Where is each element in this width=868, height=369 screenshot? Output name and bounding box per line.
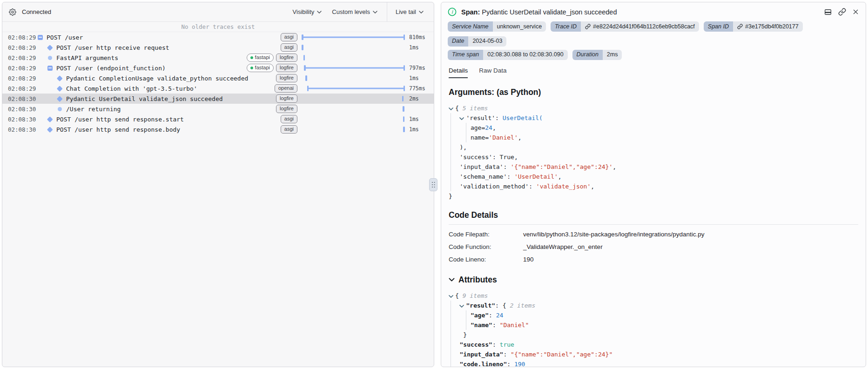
chain-link-icon[interactable] <box>585 24 591 29</box>
collapse-chevron-icon <box>449 278 455 282</box>
bar-tick <box>302 45 303 50</box>
bar-tick <box>403 106 404 112</box>
code-token: '{"name":"Daniel","age":24}' <box>511 163 612 170</box>
code-token: 9 items <box>463 292 488 299</box>
trace-row-label: FastAPI arguments <box>56 54 247 61</box>
code-detail-row: Code Filepath:venv/lib/python3.12/site-p… <box>449 228 858 241</box>
code-key: "code.lineno" <box>459 361 507 367</box>
trace-row-label: /User returning <box>66 106 276 113</box>
code-detail-value: _ValidateWrapper._on_enter <box>523 241 603 253</box>
meta-label: Duration <box>572 50 603 60</box>
indent-guide <box>451 310 451 320</box>
duration-label: 1ms <box>405 126 429 133</box>
trace-row-label: Pydantic UserDetail validate_json succee… <box>66 95 276 102</box>
bar-end-cap <box>404 86 405 91</box>
badge-label: logfire <box>280 95 294 101</box>
code-line: "success": true <box>449 340 858 349</box>
collapse-chevron-icon[interactable] <box>459 301 466 310</box>
meta-time-span: Time span02:08:30.088 to 02:08:30.090 <box>448 50 568 60</box>
trace-row-badges: logfire <box>276 74 297 83</box>
indent-guide <box>451 320 451 330</box>
green-dot-icon <box>250 67 253 69</box>
tab-details[interactable]: Details <box>449 67 468 78</box>
trace-row[interactable]: 02:08:29Pydantic CompletionUsage validat… <box>2 73 434 83</box>
dock-panel-icon[interactable] <box>824 8 832 16</box>
live-tail-dropdown[interactable]: Live tail <box>396 8 424 15</box>
logfire-live-view: Connected Visibility Custom levels Live … <box>0 0 868 369</box>
code-line: name='Daniel', <box>449 133 858 142</box>
trace-row[interactable]: 02:08:29POST /user (endpoint_function)fa… <box>2 63 434 73</box>
meta-row: Time span02:08:30.088 to 02:08:30.090Dur… <box>448 50 859 60</box>
attributes-heading-row[interactable]: Attributes <box>449 275 858 285</box>
code-line: } <box>449 191 858 201</box>
code-detail-value: 190 <box>523 253 534 266</box>
trace-row[interactable]: 02:08:29POST /user http receive requesta… <box>2 42 434 53</box>
code-token: : <box>495 114 503 121</box>
diamond-icon <box>56 97 63 101</box>
chain-link-icon[interactable] <box>737 24 743 29</box>
meta-span-id: Span ID#3e175db4f0b20177 <box>704 21 803 32</box>
code-token: age= <box>449 124 485 131</box>
meta-duration: Duration2ms <box>572 50 622 60</box>
badge-asgi: asgi <box>281 43 297 52</box>
trace-row[interactable]: 02:08:29Chat Completion with 'gpt-3.5-tu… <box>2 83 434 94</box>
meta-value: unknown_service <box>493 21 546 32</box>
live-tail-label: Live tail <box>396 8 416 15</box>
meta-label: Span ID <box>704 21 733 32</box>
collapse-chevron-icon[interactable] <box>449 103 455 113</box>
trace-row[interactable]: 02:08:30POST /user http send response.st… <box>2 114 434 124</box>
trace-row-time: 02:08:29 <box>8 44 37 51</box>
attributes-heading: Attributes <box>458 275 497 285</box>
badge-label: asgi <box>284 34 294 40</box>
duration-bar <box>302 83 405 94</box>
collapse-icon <box>47 66 53 71</box>
meta-value-text: 2024-05-03 <box>472 37 502 45</box>
badge-fastapi: fastapi <box>247 64 274 73</box>
code-key: "name" <box>471 322 492 329</box>
code-token: : <box>507 173 514 180</box>
code-key: 'schema_name' <box>459 173 507 180</box>
code-key: "age" <box>471 312 489 319</box>
custom-levels-dropdown[interactable]: Custom levels <box>332 8 377 15</box>
duration-bar <box>302 63 405 73</box>
visibility-dropdown[interactable]: Visibility <box>293 8 322 15</box>
trace-row-label: Pydantic CompletionUsage validate_python… <box>66 75 276 82</box>
info-icon: i <box>448 7 457 16</box>
tab-raw-data[interactable]: Raw Data <box>479 67 506 78</box>
trace-row[interactable]: 02:08:30/User returninglogfire <box>2 104 434 114</box>
trace-row[interactable]: 02:08:29POST /userasgi810ms <box>2 32 434 42</box>
circle-icon <box>47 56 53 60</box>
trace-row-badges: fastapilogfire <box>247 64 297 73</box>
copy-link-icon[interactable] <box>838 8 846 16</box>
code-line: 'success': True, <box>449 152 858 162</box>
trace-row-badges: logfire <box>276 94 297 103</box>
chevron-down-icon <box>419 11 424 13</box>
settings-gear-icon[interactable] <box>9 8 16 16</box>
collapse-chevron-icon[interactable] <box>449 291 455 301</box>
trace-row[interactable]: 02:08:30POST /user http send response.bo… <box>2 124 434 134</box>
badge-label: logfire <box>280 54 294 60</box>
indent-guide <box>451 142 451 152</box>
code-line: 'input_data': '{"name":"Daniel","age":24… <box>449 162 858 172</box>
code-key: "result" <box>466 302 495 309</box>
badge-label: asgi <box>284 116 294 121</box>
meta-value-text: 02:08:30.088 to 02:08:30.090 <box>487 51 563 59</box>
collapse-chevron-icon[interactable] <box>459 113 466 123</box>
indent-guide <box>451 133 451 142</box>
code-line: "name": "Daniel" <box>449 320 858 330</box>
panel-splitter-handle[interactable] <box>429 178 437 191</box>
trace-row[interactable]: 02:08:29FastAPI argumentsfastapilogfire <box>2 53 434 63</box>
trace-row-time: 02:08:30 <box>8 116 37 123</box>
meta-value-text: #e8224d24d41f064b112c6eb9cb58cacf <box>593 23 695 31</box>
close-icon[interactable] <box>852 8 859 15</box>
code-line: age=24, <box>449 123 858 133</box>
code-token: } <box>449 331 467 338</box>
code-token: true <box>500 341 514 348</box>
span-header: i Span: Pydantic UserDetail validate_jso… <box>441 2 866 19</box>
badge-label: fastapi <box>255 54 270 61</box>
span-meta-badges: Service Nameunknown_serviceTrace ID#e822… <box>441 19 866 60</box>
badge-asgi: asgi <box>281 125 297 134</box>
trace-row[interactable]: 02:08:30Pydantic UserDetail validate_jso… <box>2 94 434 104</box>
code-token: , <box>558 173 562 180</box>
code-token: : <box>492 341 500 348</box>
